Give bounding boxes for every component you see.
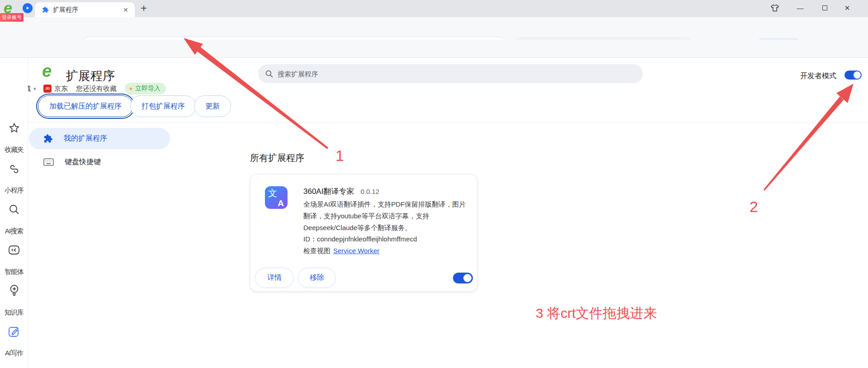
import-label: 立即导入 [135, 85, 160, 93]
extension-enabled-toggle[interactable] [453, 273, 473, 283]
search-icon [265, 70, 273, 78]
sidebar-item-favorites[interactable]: 收藏夹 [0, 146, 28, 154]
bookmark-jd[interactable]: 京东 [54, 84, 68, 93]
extension-card: 文 A 360AI翻译专家 0.0.12 全场景AI双语翻译插件，支持PDF保留… [250, 174, 477, 292]
login-account-badge[interactable]: 登录账号 [0, 13, 24, 22]
tab-bar: e ➤ 扩展程序 ✕ + — ✕ [0, 0, 868, 17]
service-worker-link[interactable]: Service Worker [333, 247, 379, 255]
puzzle-icon [43, 134, 53, 143]
extension-version: 0.0.12 [360, 188, 379, 195]
annotation-step-2: 2 [750, 198, 758, 216]
tab-extensions[interactable]: 扩展程序 ✕ [35, 2, 135, 17]
jd-favicon: JD [43, 85, 52, 93]
remove-button[interactable]: 移除 [298, 268, 336, 288]
ai-writing-icon[interactable] [0, 326, 28, 337]
skin-theme-icon[interactable] [769, 2, 781, 14]
sidebar-item-knowledge-base[interactable]: 知识库 [0, 308, 28, 317]
extension-id: ID：conndepjnfnkleoffleijhlohmffmecd [303, 235, 417, 244]
knowledge-base-icon[interactable] [0, 284, 28, 296]
arrow-2-head [836, 84, 854, 103]
extensions-search-input[interactable] [278, 70, 636, 78]
extension-translate-icon: 文 A [265, 186, 288, 209]
extensions-search-box[interactable] [258, 64, 643, 83]
navigation-toolbar: ← → ⟳ ⌂ AI + se://extensions/ ☆ ⋯ 世界精神卫生… [0, 17, 868, 40]
import-bookmarks-button[interactable]: ✦ 立即导入 [125, 83, 166, 94]
favorites-caret-icon[interactable]: ▾ [33, 84, 36, 93]
import-icon: ✦ [128, 85, 133, 92]
keyboard-icon [43, 158, 54, 166]
nav-my-extensions[interactable]: 我的扩展程序 [29, 128, 170, 149]
browser-window: e ➤ 扩展程序 ✕ + — ✕ 登录账号 ← → ⟳ ⌂ AI + se://… [0, 0, 868, 368]
sidebar-item-ai-search[interactable]: AI搜索 [0, 227, 28, 236]
tab-close-icon[interactable]: ✕ [121, 6, 130, 14]
developer-mode-toggle[interactable] [844, 71, 862, 80]
extension-inspect-views: 检查视图Service Worker [303, 247, 379, 255]
arrow-2-shaft [764, 96, 844, 191]
quick-access-icon[interactable]: ➤ [23, 3, 33, 13]
developer-mode-label: 开发者模式 [800, 71, 836, 81]
extensions-page-logo: e [42, 61, 52, 81]
ai-search-icon[interactable] [0, 204, 28, 215]
header-divider [28, 122, 868, 123]
extension-description: 全场景AI双语翻译插件，支持PDF保留排版翻译，图片翻译，支持youtube等平… [303, 198, 472, 233]
load-unpacked-button[interactable]: 加载已解压的扩展程序 [38, 95, 133, 117]
extension-name: 360AI翻译专家 [303, 186, 354, 197]
mini-programs-icon[interactable] [0, 163, 28, 174]
annotation-step-3: 3 将crt文件拖拽进来 [536, 304, 657, 323]
favorites-folder-icon[interactable] [0, 123, 28, 133]
sidebar-item-ai-agent[interactable]: 智能体 [0, 268, 28, 276]
minimize-button[interactable]: — [794, 2, 807, 14]
annotation-step-1: 1 [335, 147, 344, 165]
bookmarks-bar: ★ 收藏 ▾ JD 京东 您还没有收藏 ✦ 立即导入 [0, 40, 868, 58]
nav-keyboard-shortcuts-label: 键盘快捷键 [65, 157, 101, 167]
nav-my-extensions-label: 我的扩展程序 [64, 134, 107, 143]
app-sidebar: 收藏夹 小程序 AI搜索 智能体 知识库 AI写作 AI图片 [0, 58, 28, 368]
restore-button[interactable] [818, 2, 831, 14]
details-button[interactable]: 详情 [255, 268, 294, 288]
tab-title: 扩展程序 [53, 6, 121, 14]
ai-agent-icon[interactable] [0, 245, 28, 255]
pack-extension-button[interactable]: 打包扩展程序 [130, 95, 196, 117]
bookmarks-empty-hint: 您还没有收藏 [76, 84, 117, 93]
page-title: 扩展程序 [66, 68, 115, 84]
update-button[interactable]: 更新 [194, 95, 231, 117]
nav-keyboard-shortcuts[interactable]: 键盘快捷键 [29, 152, 170, 171]
sidebar-item-mini-programs[interactable]: 小程序 [0, 186, 28, 195]
puzzle-icon [42, 6, 49, 13]
section-title-all-extensions: 所有扩展程序 [250, 152, 304, 164]
close-button[interactable]: ✕ [841, 2, 854, 14]
new-tab-button[interactable]: + [138, 2, 150, 14]
sidebar-item-ai-writing[interactable]: AI写作 [0, 349, 28, 358]
